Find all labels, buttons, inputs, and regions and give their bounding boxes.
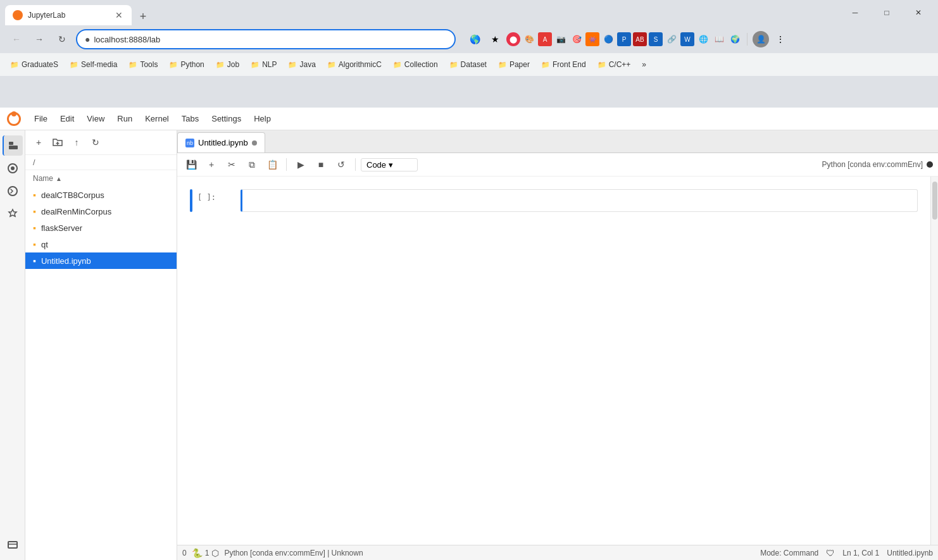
file-item-qt[interactable]: ▪ qt bbox=[25, 236, 177, 252]
sidebar-commands-button[interactable] bbox=[3, 181, 23, 201]
forward-button[interactable]: → bbox=[30, 30, 48, 48]
url-bar[interactable]: ● localhost:8888/lab bbox=[76, 29, 456, 49]
ext-icon-5[interactable]: 🎯 bbox=[570, 32, 584, 46]
scrollbar-thumb[interactable] bbox=[932, 182, 937, 220]
menu-settings[interactable]: Settings bbox=[205, 111, 247, 126]
notebook-tab[interactable]: nb Untitled.ipynb bbox=[177, 132, 265, 152]
new-file-button[interactable]: + bbox=[30, 134, 47, 151]
notebook-scrollbar[interactable] bbox=[930, 177, 938, 545]
restart-button[interactable]: ↺ bbox=[332, 156, 350, 173]
sidebar-tabs-button[interactable] bbox=[3, 535, 23, 555]
translate-icon[interactable]: 🌎 bbox=[466, 30, 484, 48]
sidebar-icons bbox=[0, 130, 25, 560]
bookmark-python[interactable]: 📁 Python bbox=[164, 58, 209, 72]
paste-cell-button[interactable]: 📋 bbox=[263, 156, 281, 173]
file-item-dealctb8corpus[interactable]: ▪ dealCTB8Corpus bbox=[25, 187, 177, 203]
bookmark-dataset[interactable]: 📁 Dataset bbox=[444, 58, 492, 72]
minimize-button[interactable]: ─ bbox=[841, 3, 870, 23]
maximize-button[interactable]: □ bbox=[872, 3, 901, 23]
copy-cell-button[interactable]: ⧉ bbox=[243, 156, 261, 173]
ext-icon-9[interactable]: AB bbox=[633, 32, 647, 46]
star-icon[interactable]: ★ bbox=[486, 30, 504, 48]
cut-cell-button[interactable]: ✂ bbox=[223, 156, 241, 173]
file-list: ▪ dealCTB8Corpus ▪ dealRenMinCorpus ▪ fl… bbox=[25, 187, 177, 560]
tab-close-button[interactable]: ✕ bbox=[114, 10, 124, 20]
interrupt-button[interactable]: ■ bbox=[312, 156, 330, 173]
new-tab-button[interactable]: + bbox=[134, 8, 152, 25]
ext-icon-10[interactable]: S bbox=[649, 32, 663, 46]
bookmark-nlp[interactable]: 📁 NLP bbox=[246, 58, 282, 72]
folder-icon: 📁 bbox=[251, 60, 260, 69]
status-num-1: 1 bbox=[205, 549, 209, 557]
bookmark-cpp[interactable]: 📁 C/C++ bbox=[592, 58, 636, 72]
folder-icon: 📁 bbox=[128, 60, 137, 69]
menu-edit[interactable]: Edit bbox=[54, 111, 80, 126]
toolbar-icons: 🌎 ★ ⬤ 🎨 A 📷 🎯 👾 🔵 P AB S 🔗 W 🌐 📖 🌍 bbox=[466, 30, 789, 48]
browser-tab[interactable]: JupyterLab ✕ bbox=[5, 5, 132, 25]
security-icon: ● bbox=[85, 34, 90, 44]
close-button[interactable]: ✕ bbox=[904, 3, 933, 23]
new-folder-button[interactable] bbox=[49, 134, 66, 151]
sidebar-files-button[interactable] bbox=[3, 135, 23, 156]
svg-rect-3 bbox=[9, 146, 18, 149]
reload-button[interactable]: ↻ bbox=[53, 30, 71, 48]
run-cell-button[interactable]: ▶ bbox=[292, 156, 310, 173]
ext-icon-6[interactable]: 👾 bbox=[585, 32, 599, 46]
add-cell-button[interactable]: + bbox=[203, 156, 220, 173]
bookmark-tools[interactable]: 📁 Tools bbox=[123, 58, 163, 72]
folder-icon: 📁 bbox=[597, 60, 606, 69]
ext-icon-15[interactable]: 🌍 bbox=[728, 32, 742, 46]
upload-button[interactable]: ↑ bbox=[68, 134, 85, 151]
ext-icon-8[interactable]: P bbox=[617, 32, 631, 46]
ext-icon-4[interactable]: 📷 bbox=[554, 32, 568, 46]
bookmark-frontend[interactable]: 📁 Front End bbox=[536, 58, 591, 72]
dropdown-icon: ▾ bbox=[389, 160, 393, 170]
bookmark-more[interactable]: » bbox=[637, 58, 651, 72]
bookmark-label: Front End bbox=[553, 60, 586, 69]
file-item-untitled[interactable]: ▪ Untitled.ipynb bbox=[25, 252, 177, 269]
refresh-button[interactable]: ↻ bbox=[87, 134, 104, 151]
title-bar: JupyterLab ✕ + ─ □ ✕ bbox=[0, 0, 938, 25]
menu-file[interactable]: File bbox=[28, 111, 54, 126]
ext-icon-7[interactable]: 🔵 bbox=[601, 32, 615, 46]
save-button[interactable]: 💾 bbox=[182, 156, 200, 173]
menu-help[interactable]: Help bbox=[247, 111, 277, 126]
folder-icon: 📁 bbox=[288, 60, 297, 69]
ext-icon-13[interactable]: 🌐 bbox=[696, 32, 710, 46]
bookmark-java[interactable]: 📁 Java bbox=[283, 58, 320, 72]
ext-icon-3[interactable]: A bbox=[538, 32, 552, 46]
svg-point-5 bbox=[11, 166, 15, 170]
bookmark-paper[interactable]: 📁 Paper bbox=[493, 58, 535, 72]
bookmark-selfmedia[interactable]: 📁 Self-media bbox=[65, 58, 122, 72]
menu-icon[interactable]: ⋮ bbox=[772, 30, 789, 48]
sidebar-running-button[interactable] bbox=[3, 158, 23, 178]
bookmark-collection[interactable]: 📁 Collection bbox=[388, 58, 443, 72]
file-item-flaskserver[interactable]: ▪ flaskServer bbox=[25, 220, 177, 236]
cell-input[interactable] bbox=[241, 189, 918, 212]
folder-icon: 📁 bbox=[498, 60, 507, 69]
tab-favicon bbox=[13, 10, 23, 20]
bookmark-label: Self-media bbox=[81, 60, 117, 69]
ext-icon-12[interactable]: W bbox=[680, 32, 694, 46]
ext-icon-1[interactable]: ⬤ bbox=[506, 32, 520, 46]
profile-icon[interactable]: 👤 bbox=[753, 31, 769, 47]
back-button[interactable]: ← bbox=[8, 30, 25, 48]
toolbar-divider bbox=[286, 158, 287, 171]
ext-icon-11[interactable]: 🔗 bbox=[665, 32, 678, 46]
bookmark-job[interactable]: 📁 Job bbox=[211, 58, 244, 72]
folder-icon: 📁 bbox=[70, 60, 78, 69]
notebook-content[interactable]: [ ]: bbox=[177, 177, 930, 545]
folder-icon: ▪ bbox=[33, 223, 36, 233]
bookmark-graduates[interactable]: 📁 GraduateS bbox=[5, 58, 63, 72]
menu-tabs[interactable]: Tabs bbox=[175, 111, 205, 126]
menu-run[interactable]: Run bbox=[111, 111, 139, 126]
ext-icon-2[interactable]: 🎨 bbox=[522, 32, 536, 46]
folder-icon: ▪ bbox=[33, 239, 36, 249]
sidebar-extension-button[interactable] bbox=[3, 204, 23, 224]
bookmark-algorithmicc[interactable]: 📁 AlgorithmicC bbox=[322, 58, 387, 72]
cell-type-select[interactable]: Code ▾ bbox=[361, 158, 418, 171]
file-item-dealrenmin[interactable]: ▪ dealRenMinCorpus bbox=[25, 203, 177, 220]
menu-kernel[interactable]: Kernel bbox=[139, 111, 175, 126]
ext-icon-14[interactable]: 📖 bbox=[712, 32, 726, 46]
menu-view[interactable]: View bbox=[80, 111, 111, 126]
